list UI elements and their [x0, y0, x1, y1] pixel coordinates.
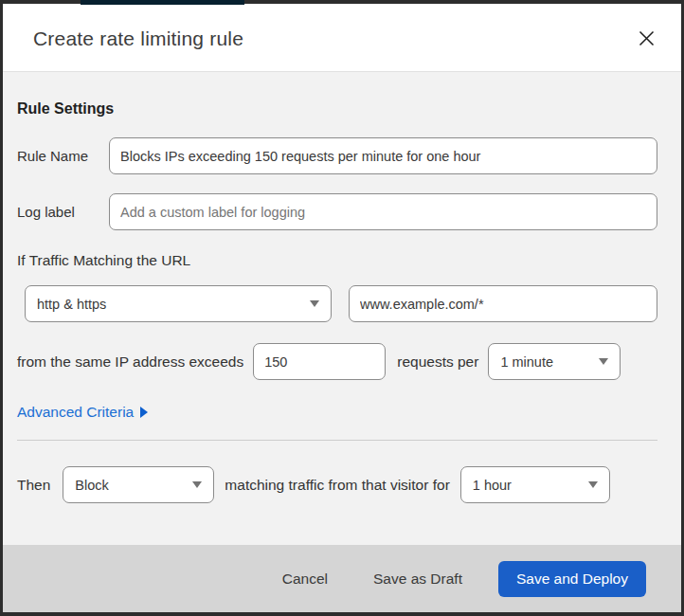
log-label-input[interactable] [109, 193, 657, 230]
section-heading-rule-settings: Rule Settings [17, 100, 657, 118]
traffic-match-heading: If Traffic Matching the URL [17, 252, 657, 269]
rule-name-row: Rule Name [17, 137, 657, 174]
scheme-select[interactable]: http & https [25, 285, 332, 322]
action-row: Then Block matching traffic from that vi… [17, 466, 657, 503]
scheme-url-row: http & https [25, 285, 657, 322]
section-divider [17, 440, 657, 441]
action-select[interactable]: Block [63, 466, 214, 503]
chevron-down-icon [192, 481, 202, 488]
chevron-down-icon [599, 358, 608, 365]
advanced-criteria-link[interactable]: Advanced Criteria [17, 404, 148, 421]
rule-name-label: Rule Name [17, 148, 109, 164]
cancel-button[interactable]: Cancel [273, 563, 337, 595]
duration-select[interactable]: 1 hour [460, 466, 610, 503]
save-as-draft-button[interactable]: Save as Draft [364, 563, 472, 595]
period-select-value: 1 minute [500, 354, 553, 370]
top-edge-accent [81, 0, 244, 5]
duration-select-value: 1 hour [473, 478, 512, 493]
save-and-deploy-button[interactable]: Save and Deploy [498, 561, 646, 597]
close-icon [639, 30, 655, 46]
request-count-input[interactable] [253, 343, 386, 380]
advanced-criteria-label: Advanced Criteria [17, 404, 134, 421]
action-middle-text: matching traffic from that visitor for [225, 477, 449, 494]
triangle-right-icon [140, 407, 148, 418]
window-left-edge [0, 0, 3, 616]
chevron-down-icon [588, 481, 598, 488]
scheme-select-value: http & https [37, 297, 106, 312]
period-select[interactable]: 1 minute [488, 343, 621, 380]
threshold-prefix-text: from the same IP address exceeds [17, 353, 243, 371]
threshold-middle-text: requests per [397, 353, 478, 371]
threshold-row: from the same IP address exceeds request… [17, 343, 657, 380]
dialog-footer: Cancel Save as Draft Save and Deploy [3, 545, 681, 612]
rule-name-input[interactable] [109, 137, 657, 174]
log-label-row: Log label [17, 193, 657, 230]
dialog-title: Create rate limiting rule [33, 27, 243, 50]
dialog-header: Create rate limiting rule [0, 0, 684, 72]
create-rate-limiting-rule-dialog: Create rate limiting rule Rule Settings … [0, 0, 684, 616]
dialog-body: Rule Settings Rule Name Log label If Tra… [0, 72, 684, 503]
chevron-down-icon [310, 300, 319, 307]
url-pattern-input[interactable] [349, 285, 657, 322]
window-bottom-edge [0, 612, 684, 616]
action-prefix-text: Then [17, 477, 50, 494]
log-label-label: Log label [17, 204, 109, 220]
close-button[interactable] [633, 26, 659, 52]
action-select-value: Block [75, 478, 108, 493]
